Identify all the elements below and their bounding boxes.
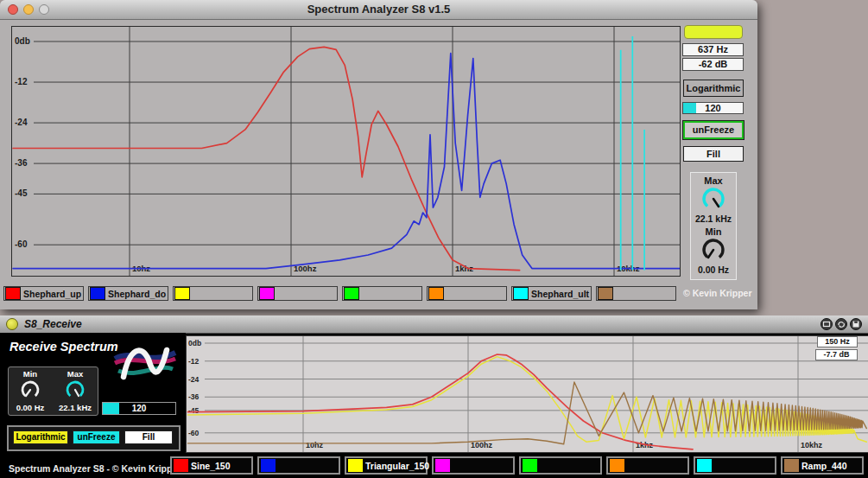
- legend-item[interactable]: [342, 286, 422, 301]
- legend-color-chip: [428, 287, 444, 300]
- spectrum-plot[interactable]: 0db-12-24-36-45-6010hz100hz1khz10khz: [11, 26, 681, 277]
- max-frequency-knob[interactable]: [64, 379, 86, 401]
- legend-item[interactable]: Triangular_150: [345, 456, 428, 475]
- legend-color-chip: [344, 287, 359, 300]
- titlebar-buttons: [820, 318, 862, 330]
- legend-color-chip: [610, 459, 624, 472]
- receive-title-bar[interactable]: S8_Receive: [0, 315, 868, 334]
- legend-label: Sine_150: [191, 461, 231, 471]
- range-knob-panel: Max 22.1 kHz Min 0.00 Hz: [690, 172, 737, 280]
- close-button[interactable]: [8, 4, 18, 15]
- legend-label: Shephard_up: [23, 289, 81, 299]
- legend-item[interactable]: [257, 456, 340, 475]
- screen: Spectrum Analyzer S8 v1.5 0db-12-24-36-4…: [0, 0, 868, 478]
- fill-button[interactable]: Fill: [683, 146, 744, 162]
- svg-text:0db: 0db: [188, 339, 201, 347]
- legend-color-chip: [784, 459, 799, 472]
- svg-text:-24: -24: [188, 375, 200, 384]
- min-knob-value: 0.00 Hz: [5, 403, 55, 412]
- legend-item[interactable]: [427, 286, 507, 301]
- unfreeze-button[interactable]: unFreeze: [73, 430, 120, 444]
- legend-color-chip: [90, 287, 105, 300]
- legend-color-chip: [598, 287, 613, 300]
- max-knob-group: Max 22.1 kHz: [54, 367, 97, 415]
- svg-text:100hz: 100hz: [471, 441, 493, 449]
- legend-item[interactable]: [596, 286, 676, 301]
- min-knob-label: Min: [691, 226, 736, 237]
- cursor-frequency-readout[interactable]: 150 Hz: [817, 336, 858, 347]
- max-knob-value: 22.1 kHz: [691, 214, 736, 224]
- fill-button[interactable]: Fill: [124, 430, 173, 444]
- svg-text:10khz: 10khz: [801, 441, 823, 449]
- svg-text:10hz: 10hz: [306, 441, 324, 449]
- legend-color-chip: [697, 459, 712, 472]
- svg-text:-45: -45: [15, 188, 28, 198]
- scale-mode-button[interactable]: Logarithmic: [683, 80, 744, 97]
- points-value: 120: [705, 103, 720, 113]
- max-knob-label: Max: [691, 175, 736, 186]
- max-knob-label: Max: [54, 369, 97, 379]
- legend-item[interactable]: [173, 286, 253, 301]
- points-slider[interactable]: 120: [102, 402, 176, 415]
- panel-heading: Receive Spectrum: [10, 340, 118, 354]
- legend-item[interactable]: Shephard_ult: [511, 286, 592, 301]
- range-knob-box: Min 0.00 Hz Max 22.1 kHz: [8, 366, 98, 416]
- legend-label: Shephard_ult: [531, 289, 589, 299]
- legend-item[interactable]: Ramp_440: [781, 456, 864, 475]
- legend-item[interactable]: [694, 456, 776, 475]
- receive-control-panel: Receive Spectrum Min 0.00 Hz Max: [0, 333, 186, 478]
- window-controls: [8, 4, 49, 15]
- legend-color-chip: [435, 459, 450, 472]
- zoom-button[interactable]: [39, 4, 49, 15]
- legend-color-chip: [174, 459, 188, 472]
- min-knob-group: Min 0.00 Hz: [9, 367, 52, 415]
- min-knob-label: Min: [9, 369, 52, 379]
- legend-item[interactable]: Sine_150: [170, 456, 253, 475]
- trace-color-swatch-button[interactable]: [684, 25, 743, 39]
- credit-text: © Kevin Kripper: [683, 288, 752, 298]
- legend-item[interactable]: [606, 456, 689, 475]
- legend-row: Sine_150Triangular_150Ramp_440: [170, 456, 864, 475]
- legend-label: Triangular_150: [365, 461, 429, 471]
- svg-text:0db: 0db: [15, 36, 30, 46]
- points-slider-fill: [683, 103, 696, 113]
- minimize-button[interactable]: [23, 4, 34, 15]
- window-icon[interactable]: [820, 318, 833, 330]
- svg-text:-60: -60: [15, 239, 28, 249]
- legend-color-chip: [348, 459, 363, 472]
- save-icon[interactable]: [850, 318, 862, 330]
- min-frequency-knob[interactable]: [700, 237, 726, 263]
- min-frequency-knob[interactable]: [19, 379, 41, 401]
- title-bar[interactable]: Spectrum Analyzer S8 v1.5: [0, 0, 757, 20]
- patcher-status-icon: [6, 318, 18, 330]
- cursor-frequency-readout[interactable]: 637 Hz: [682, 43, 744, 56]
- receive-spectrum-plot[interactable]: 0db-12-24-36-45-6010hz100hz1khz10khz: [186, 335, 868, 453]
- svg-text:-60: -60: [188, 429, 200, 437]
- legend-color-chip: [523, 459, 537, 472]
- points-slider[interactable]: 120: [682, 102, 744, 114]
- legend-item[interactable]: [432, 456, 515, 475]
- legend-color-chip: [259, 287, 275, 300]
- legend-item[interactable]: Shephard_up: [3, 286, 84, 301]
- legend-color-chip: [261, 459, 276, 472]
- svg-text:-12: -12: [15, 77, 28, 86]
- points-slider-fill: [103, 403, 119, 414]
- logarithmic-button[interactable]: Logarithmic: [13, 430, 68, 444]
- svg-text:-12: -12: [188, 357, 200, 366]
- legend-color-chip: [513, 287, 529, 300]
- cursor-level-readout[interactable]: -62 dB: [682, 58, 744, 71]
- legend-item[interactable]: Shephard_do: [88, 286, 168, 301]
- max-frequency-knob[interactable]: [700, 186, 726, 212]
- min-knob-value: 0.00 Hz: [691, 264, 736, 275]
- legend-item[interactable]: [257, 286, 338, 301]
- legend-label: Shephard_do: [108, 289, 166, 299]
- legend-row: Shephard_upShephard_doShephard_ult: [3, 286, 676, 301]
- unfreeze-button[interactable]: unFreeze: [683, 121, 744, 139]
- mode-button-box: Logarithmic unFreeze Fill: [7, 425, 181, 451]
- svg-text:-36: -36: [15, 158, 28, 168]
- legend-item[interactable]: [519, 456, 602, 475]
- cursor-level-readout[interactable]: -7.7 dB: [815, 349, 858, 360]
- legend-label: Ramp_440: [801, 461, 847, 471]
- sync-icon[interactable]: [835, 318, 847, 330]
- waveform-logo-icon: [110, 341, 181, 386]
